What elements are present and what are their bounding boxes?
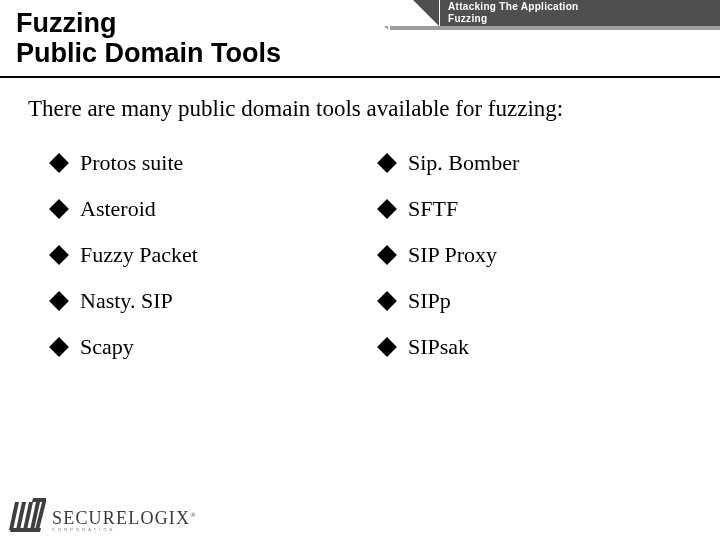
diamond-bullet-icon <box>49 292 69 312</box>
list-item: SIPp <box>380 278 700 324</box>
logo-part: OGIX <box>140 508 190 528</box>
slide-body: There are many public domain tools avail… <box>28 96 700 370</box>
list-item: Protos suite <box>52 140 372 186</box>
list-item: Sip. Bomber <box>380 140 700 186</box>
logo-wordmark: SECURELOGIX® <box>52 509 197 527</box>
tool-name: Scapy <box>80 334 134 360</box>
list-item: SIP Proxy <box>380 232 700 278</box>
slide-title: Fuzzing Public Domain Tools <box>16 8 436 68</box>
registered-mark: ® <box>190 511 197 519</box>
tool-column-right: Sip. Bomber SFTF SIP Proxy SIPp SIPsak <box>372 140 700 370</box>
tool-columns: Protos suite Asteroid Fuzzy Packet Nasty… <box>28 140 700 370</box>
intro-text: There are many public domain tools avail… <box>28 96 700 122</box>
logo-part: ECURE <box>63 508 128 528</box>
list-item: SIPsak <box>380 324 700 370</box>
tab-stripe <box>390 26 720 30</box>
tool-name: SIP Proxy <box>408 242 497 268</box>
slide: Attacking The Application Fuzzing Fuzzin… <box>0 0 720 540</box>
list-item: Scapy <box>52 324 372 370</box>
list-item: Fuzzy Packet <box>52 232 372 278</box>
securelogix-mark-icon <box>6 496 48 532</box>
diamond-bullet-icon <box>49 154 69 174</box>
diamond-bullet-icon <box>377 154 397 174</box>
tool-name: Sip. Bomber <box>408 150 519 176</box>
breadcrumb-line2: Fuzzing <box>448 13 487 24</box>
breadcrumb-line1: Attacking The Application <box>448 1 578 12</box>
title-line-1: Fuzzing <box>16 8 436 38</box>
tool-name: SFTF <box>408 196 458 222</box>
breadcrumb-tab: Attacking The Application Fuzzing <box>390 0 720 33</box>
diamond-bullet-icon <box>377 338 397 358</box>
list-item: Asteroid <box>52 186 372 232</box>
tool-name: Asteroid <box>80 196 156 222</box>
tool-name: Nasty. SIP <box>80 288 173 314</box>
footer-logo: SECURELOGIX® CORPORATION <box>6 496 197 532</box>
tool-name: SIPp <box>408 288 451 314</box>
tool-column-left: Protos suite Asteroid Fuzzy Packet Nasty… <box>28 140 372 370</box>
logo-text: SECURELOGIX® CORPORATION <box>52 509 197 532</box>
tool-name: Protos suite <box>80 150 183 176</box>
diamond-bullet-icon <box>49 200 69 220</box>
logo-part: L <box>128 508 140 528</box>
diamond-bullet-icon <box>377 200 397 220</box>
breadcrumb: Attacking The Application Fuzzing <box>448 1 718 24</box>
title-line-2: Public Domain Tools <box>16 38 436 68</box>
tool-name: SIPsak <box>408 334 469 360</box>
logo-part: S <box>52 508 63 528</box>
list-item: Nasty. SIP <box>52 278 372 324</box>
svg-marker-5 <box>32 498 46 502</box>
logo-subline: CORPORATION <box>52 528 197 532</box>
list-item: SFTF <box>380 186 700 232</box>
diamond-bullet-icon <box>377 292 397 312</box>
tool-name: Fuzzy Packet <box>80 242 198 268</box>
diamond-bullet-icon <box>49 338 69 358</box>
title-divider <box>0 76 720 78</box>
diamond-bullet-icon <box>49 246 69 266</box>
diamond-bullet-icon <box>377 246 397 266</box>
